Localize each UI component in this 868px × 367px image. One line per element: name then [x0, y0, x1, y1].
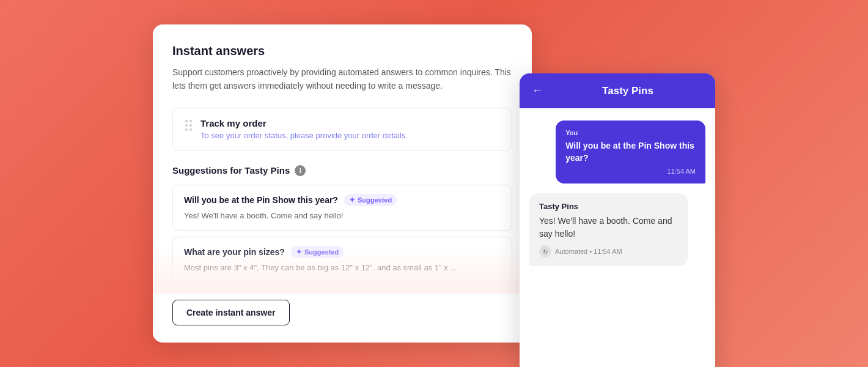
bot-message-timestamp: Automated • 11:54 AM — [555, 248, 622, 255]
main-card: Instant answers Support customers proact… — [153, 24, 532, 343]
card-description: Support customers proactively by providi… — [172, 65, 512, 93]
chat-header: ← Tasty Pins — [520, 73, 715, 108]
suggested-badge-1: ✦ Suggested — [344, 194, 397, 206]
user-message-label: You — [565, 129, 696, 136]
suggestion-item-1-title: Will you be at the Pin Show this year? — [184, 195, 338, 205]
suggestion-item-2[interactable]: What are your pin sizes? ✦ Suggested Mos… — [172, 237, 512, 283]
page-title: Instant answers — [172, 44, 512, 58]
suggested-badge-2: ✦ Suggested — [291, 246, 344, 258]
sparkle-icon-2: ✦ — [296, 248, 302, 256]
user-message-text: Will you be at the Pin Show this year? — [565, 140, 696, 164]
suggestion-item-2-title: What are your pin sizes? — [184, 247, 285, 257]
bot-message-sender: Tasty Pins — [539, 202, 678, 211]
info-icon[interactable]: i — [295, 165, 306, 176]
track-order-item[interactable]: Track my order To see your order status,… — [172, 108, 512, 150]
refresh-icon[interactable]: ↻ — [539, 245, 551, 258]
chat-panel: ← Tasty Pins You Will you be at the Pin … — [520, 73, 715, 367]
drag-handle-icon — [185, 120, 192, 131]
sparkle-icon-1: ✦ — [349, 196, 355, 204]
bot-message-bubble: Tasty Pins Yes! We'll have a booth. Come… — [529, 193, 688, 266]
suggestions-title: Suggestions for Tasty Pins — [172, 165, 290, 176]
chat-header-title: Tasty Pins — [553, 85, 703, 97]
bot-message-footer: ↻ Automated • 11:54 AM — [539, 245, 678, 258]
suggestion-item-2-text: Most pins are 3" x 4". They can be as bi… — [184, 262, 501, 274]
bot-message-text: Yes! We'll have a booth. Come and say he… — [539, 215, 678, 240]
track-order-title: Track my order — [200, 118, 408, 128]
user-message-bubble: You Will you be at the Pin Show this yea… — [556, 120, 705, 184]
suggestion-item-1[interactable]: Will you be at the Pin Show this year? ✦… — [172, 185, 512, 231]
suggestion-item-1-text: Yes! We'll have a booth. Come and say he… — [184, 210, 501, 222]
user-message-time: 11:54 AM — [565, 168, 696, 175]
suggestions-header: Suggestions for Tasty Pins i — [172, 165, 512, 176]
chat-body: You Will you be at the Pin Show this yea… — [520, 108, 715, 367]
track-order-subtitle: To see your order status, please provide… — [200, 131, 408, 140]
create-instant-answer-button[interactable]: Create instant answer — [172, 300, 290, 325]
chat-back-button[interactable]: ← — [532, 84, 543, 97]
